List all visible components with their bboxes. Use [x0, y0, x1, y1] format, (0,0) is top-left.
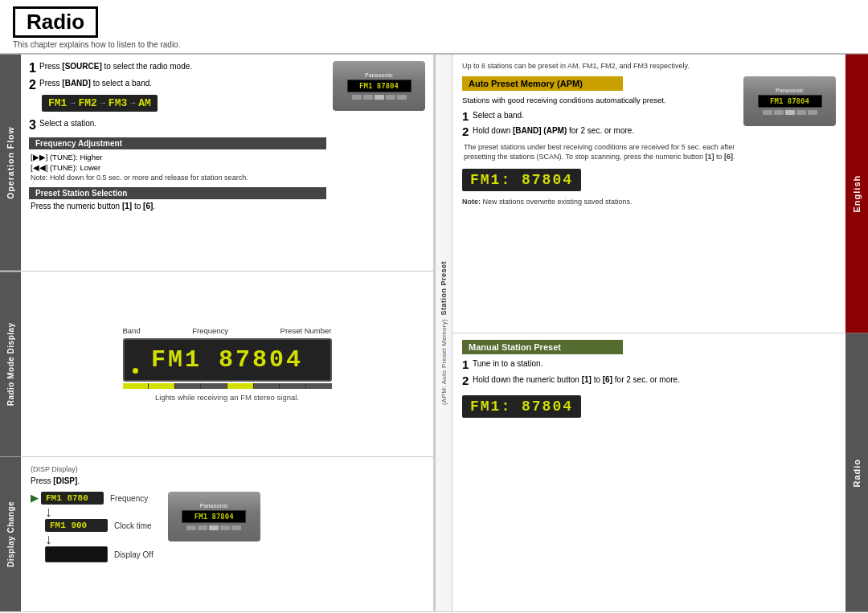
display-change-label: Display Change: [0, 457, 21, 611]
step-3-num: 3: [29, 118, 37, 133]
step-2: 2 Press [BAND] to select a band.: [29, 78, 326, 92]
right-sidebar: English Radio: [845, 55, 868, 611]
radio-buttons: [352, 95, 407, 100]
manual-preset-section: Manual Station Preset 1 Tune in to a sta…: [452, 333, 845, 611]
step-1: 1 Press [SOURCE] to select the radio mod…: [29, 61, 326, 76]
radio-mode-section: Radio Mode Display Band Frequency Preset…: [0, 272, 433, 457]
band-sequence: FM1 → FM2 → FM3 → AM: [42, 95, 158, 112]
left-panel: Operation Flow 1 Press [SOURCE] to selec…: [0, 55, 435, 611]
preset-station-header: Preset Station Selection: [29, 187, 326, 199]
page-header: Radio This chapter explains how to liste…: [0, 0, 868, 55]
right-main-content: Up to 6 stations can be preset in AM, FM…: [452, 55, 845, 611]
display-change-section: Display Change (DISP Display) Press [DIS…: [0, 457, 433, 611]
right-panel: Station Preset (APM: Auto Preset Memory)…: [435, 55, 868, 611]
intro-note: Up to 6 stations can be preset in AM, FM…: [462, 61, 836, 72]
preset-station-text: Press the numeric button [1] to [6].: [31, 202, 326, 210]
radio-device-op: Panasonic FM1 87804: [333, 61, 425, 111]
disp-freq-label: Frequency: [110, 494, 148, 503]
page-title: Radio: [13, 6, 98, 38]
operation-flow-section: Operation Flow 1 Press [SOURCE] to selec…: [0, 55, 433, 272]
radio-device-img: Panasonic FM1 87804: [333, 61, 425, 111]
page-subtitle: This chapter explains how to listen to t…: [13, 40, 855, 49]
disp-clock-label: Clock time: [114, 521, 152, 530]
fm-stereo-caption: Lights while receiving an FM stereo sign…: [155, 393, 299, 402]
tune-note: Note: Hold down for 0.5 sec. or more and…: [31, 174, 326, 183]
apm-note: Stations with good receiving conditions …: [462, 95, 735, 105]
manual-header: Manual Station Preset: [462, 340, 623, 354]
operation-flow-label: Operation Flow: [0, 55, 21, 271]
radio-device-disp: Panasonic FM1 87804: [168, 492, 260, 541]
disp-clock-screen: FM1 900: [45, 519, 108, 532]
station-preset-label: Station Preset (APM: Auto Preset Memory): [435, 55, 452, 611]
step-2-text: Press [BAND] to select a band.: [39, 78, 152, 89]
apm-step-1: 1 Select a band.: [462, 110, 735, 124]
apm-foot-note: Note: New stations overwrite existing sa…: [462, 197, 735, 206]
disp-off-row: Display Off: [31, 546, 154, 562]
apm-header: Auto Preset Memory (APM): [462, 76, 623, 91]
disp-clock-row: FM1 900 Clock time: [31, 519, 154, 532]
freq-adj-header: Frequency Adjustment: [29, 137, 326, 149]
step-3: 3 Select a station.: [29, 118, 326, 133]
disp-freq-screen: FM1 8780: [41, 492, 104, 505]
apm-body-note: The preset stations under best receiving…: [464, 142, 735, 161]
manual-step-2: 2 Hold down the numeric button [1] to [6…: [462, 374, 836, 388]
big-display: FM1 87804: [123, 338, 332, 382]
english-label: English: [845, 55, 868, 333]
display-labels: Band Frequency Preset Number: [123, 326, 332, 335]
main-layout: Operation Flow 1 Press [SOURCE] to selec…: [0, 55, 868, 611]
step-1-text: Press [SOURCE] to select the radio mode.: [39, 61, 192, 72]
disp-off-label: Display Off: [114, 550, 154, 559]
fm-stereo-light: [133, 368, 138, 374]
radio-label: Radio: [845, 333, 868, 612]
disp-freq-row: ▶ FM1 8780 Frequency: [31, 492, 154, 505]
operation-flow-content: 1 Press [SOURCE] to select the radio mod…: [21, 55, 433, 271]
step-2-num: 2: [29, 78, 37, 92]
display-bar: [123, 383, 332, 389]
radio-device-apm: Panasonic FM1 87804: [743, 76, 836, 126]
step-1-num: 1: [29, 61, 37, 76]
radio-brand: Panasonic: [365, 72, 393, 78]
radio-mode-label: Radio Mode Display: [0, 272, 21, 456]
apm-section: Up to 6 stations can be preset in AM, FM…: [452, 55, 845, 333]
manual-step-1: 1 Tune in to a station.: [462, 358, 836, 372]
disp-off-screen: [45, 546, 108, 562]
manual-display: FM1: 87804: [462, 395, 581, 418]
radio-mode-content: Band Frequency Preset Number FM1 87804 L…: [21, 272, 433, 456]
apm-display: FM1: 87804: [462, 169, 581, 191]
display-change-content: (DISP Display) Press [DISP]. ▶ FM1 8780: [21, 457, 433, 611]
step-3-text: Select a station.: [39, 118, 96, 129]
radio-screen-op: FM1 87804: [347, 80, 411, 92]
press-disp: Press [DISP].: [31, 476, 424, 485]
tune-lower: [◀◀] (TUNE): Lower: [31, 162, 326, 173]
tune-higher: [▶▶] (TUNE): Higher: [31, 152, 326, 162]
sub-label: (DISP Display): [31, 465, 424, 473]
apm-step-2: 2 Hold down [BAND] (APM) for 2 sec. or m…: [462, 125, 735, 139]
